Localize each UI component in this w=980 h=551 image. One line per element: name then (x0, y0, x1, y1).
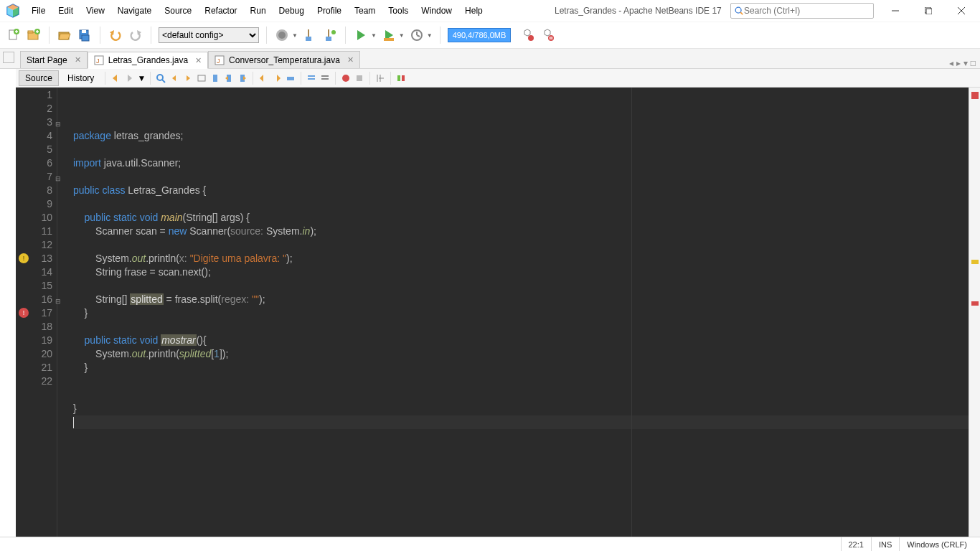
error-stripe-mark[interactable] (971, 92, 979, 99)
menu-help[interactable]: Help (459, 3, 489, 19)
tab-conversor_temperatura-java[interactable]: JConversor_Temperatura.java✕ (208, 51, 360, 68)
toggle-bookmark-icon[interactable] (209, 72, 221, 84)
build-icon[interactable] (274, 27, 290, 43)
code-line[interactable] (73, 143, 969, 156)
code-line[interactable]: String frase = scan.next(); (73, 265, 969, 279)
code-line[interactable] (73, 279, 969, 293)
insert-mode[interactable]: INS (871, 537, 899, 551)
maximize-button[interactable] (913, 1, 944, 21)
history-view-button[interactable]: History (61, 70, 100, 86)
code-line[interactable]: } (73, 306, 969, 320)
code-line[interactable] (73, 320, 969, 334)
menu-debug[interactable]: Debug (273, 3, 310, 19)
code-line[interactable] (73, 375, 969, 388)
find-next-icon[interactable] (182, 72, 194, 84)
menu-profile[interactable]: Profile (311, 3, 347, 19)
redo-icon[interactable] (128, 27, 143, 43)
error-stripe[interactable] (969, 88, 980, 537)
menu-window[interactable]: Window (415, 3, 458, 19)
menu-source[interactable]: Source (159, 3, 197, 19)
new-file-icon[interactable] (6, 27, 22, 43)
code-editor[interactable]: 123⊟4567⊟8910111213!141516⊟17!1819202122… (16, 88, 980, 537)
debug-icon[interactable] (381, 27, 397, 43)
code-line[interactable]: Scanner scan = new Scanner(source: Syste… (73, 225, 969, 238)
code-line[interactable]: import java.util.Scanner; (73, 156, 969, 170)
error-icon[interactable]: ! (19, 308, 29, 318)
gutter[interactable]: 123⊟4567⊟8910111213!141516⊟17!1819202122 (16, 88, 57, 537)
code-line[interactable]: package letras_grandes; (73, 129, 969, 143)
macro-start-icon[interactable] (285, 72, 296, 84)
toggle-highlight-icon[interactable] (196, 72, 207, 84)
record-macro-icon[interactable] (340, 72, 352, 84)
search-input[interactable] (744, 6, 870, 16)
menu-file[interactable]: File (26, 3, 51, 19)
prev-bookmark-icon[interactable] (223, 72, 235, 84)
uncomment-icon[interactable] (319, 72, 331, 84)
menu-refactor[interactable]: Refactor (199, 3, 242, 19)
next-bookmark-icon[interactable] (237, 72, 248, 84)
gc-icon[interactable] (519, 27, 535, 43)
shift-left-icon[interactable] (258, 72, 269, 84)
memory-indicator[interactable]: 490,4/786,0MB (448, 28, 512, 42)
source-view-button[interactable]: Source (19, 70, 59, 86)
code-line[interactable]: System.out.println(splitted[1]); (73, 347, 969, 361)
menu-team[interactable]: Team (349, 3, 381, 19)
menu-navigate[interactable]: Navigate (112, 3, 157, 19)
menu-view[interactable]: View (80, 3, 110, 19)
nav-back-icon[interactable] (110, 72, 121, 84)
nav-fwd-icon[interactable] (123, 72, 135, 84)
line-ending[interactable]: Windows (CRLF) (899, 537, 974, 551)
tab-start-page[interactable]: Start Page✕ (20, 51, 88, 68)
code-line[interactable]: String[] splitted = frase.split(regex: "… (73, 293, 969, 306)
code-body[interactable]: package letras_grandes;import java.util.… (57, 88, 969, 537)
undo-icon[interactable] (108, 27, 123, 43)
shift-right-icon[interactable] (271, 72, 283, 84)
menu-edit[interactable]: Edit (52, 3, 79, 19)
find-sel-icon[interactable] (155, 72, 166, 84)
save-all-icon[interactable] (77, 27, 93, 43)
minimize-button[interactable] (880, 1, 911, 21)
menu-tools[interactable]: Tools (382, 3, 414, 19)
open-project-icon[interactable] (57, 27, 72, 43)
warning-stripe-mark[interactable] (971, 260, 979, 264)
new-project-icon[interactable] (26, 27, 42, 43)
tab-max-icon[interactable]: □ (971, 58, 976, 68)
code-line[interactable]: System.out.println(x: "Digite uma palavr… (73, 252, 969, 265)
config-selector[interactable]: <default config> (159, 27, 259, 43)
profile-icon[interactable] (409, 27, 425, 43)
dock-handle-icon[interactable] (3, 52, 14, 63)
stop-macro-icon[interactable] (354, 72, 365, 84)
pause-icon[interactable] (540, 27, 555, 43)
clean-build-icon[interactable] (302, 27, 318, 43)
code-line[interactable] (73, 170, 969, 184)
search-box[interactable] (730, 3, 874, 19)
code-line[interactable] (73, 388, 969, 402)
tab-list-icon[interactable]: ▾ (963, 58, 968, 68)
close-tab-icon[interactable]: ✕ (75, 55, 81, 65)
window-title: Letras_Grandes - Apache NetBeans IDE 17 (489, 6, 730, 16)
close-tab-icon[interactable]: ✕ (347, 55, 354, 65)
code-line[interactable]: public class Letras_Grandes { (73, 184, 969, 197)
code-line[interactable] (73, 238, 969, 252)
error-stripe-mark[interactable] (971, 301, 979, 306)
code-line[interactable]: } (73, 361, 969, 375)
code-line[interactable]: public static void main(String[] args) { (73, 211, 969, 225)
clean-icon[interactable] (322, 27, 338, 43)
code-line[interactable]: public static void mostrar(){ (73, 334, 969, 347)
svg-rect-30 (306, 37, 311, 41)
indent-guides-icon[interactable] (374, 72, 386, 84)
run-icon[interactable] (353, 27, 369, 43)
code-line[interactable] (73, 197, 969, 211)
menu-run[interactable]: Run (245, 3, 272, 19)
close-tab-icon[interactable]: ✕ (195, 56, 202, 65)
diff-icon[interactable] (395, 72, 407, 84)
code-line[interactable]: } (73, 402, 969, 415)
tab-letras_grandes-java[interactable]: JLetras_Grandes.java✕ (88, 52, 208, 69)
warning-icon[interactable]: ! (19, 253, 29, 263)
tab-prev-icon[interactable]: ◂ (949, 58, 953, 68)
close-button[interactable] (946, 1, 977, 21)
code-line[interactable] (73, 415, 969, 429)
find-prev-icon[interactable] (169, 72, 180, 84)
tab-next-icon[interactable]: ▸ (956, 58, 961, 68)
comment-icon[interactable] (306, 72, 317, 84)
